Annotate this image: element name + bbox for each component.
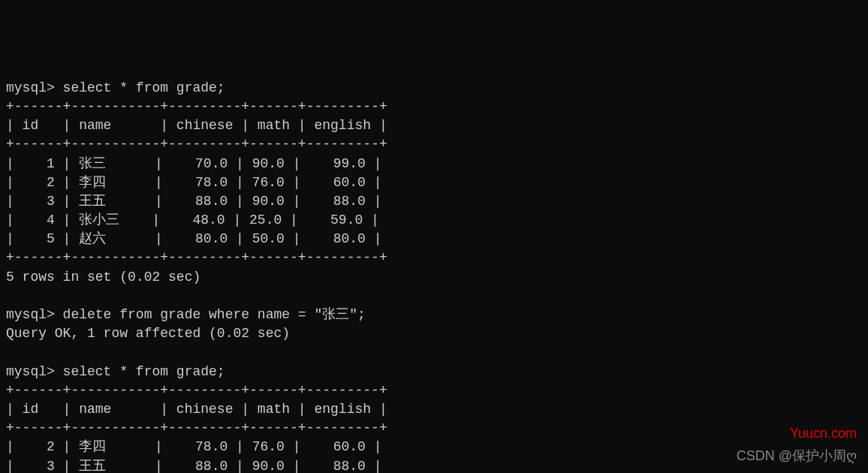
- watermark-site: Yuucn.com: [790, 424, 857, 443]
- watermark-author: CSDN @保护小周ღ: [737, 447, 857, 465]
- terminal-output: mysql> select * from grade; +------+----…: [6, 79, 862, 473]
